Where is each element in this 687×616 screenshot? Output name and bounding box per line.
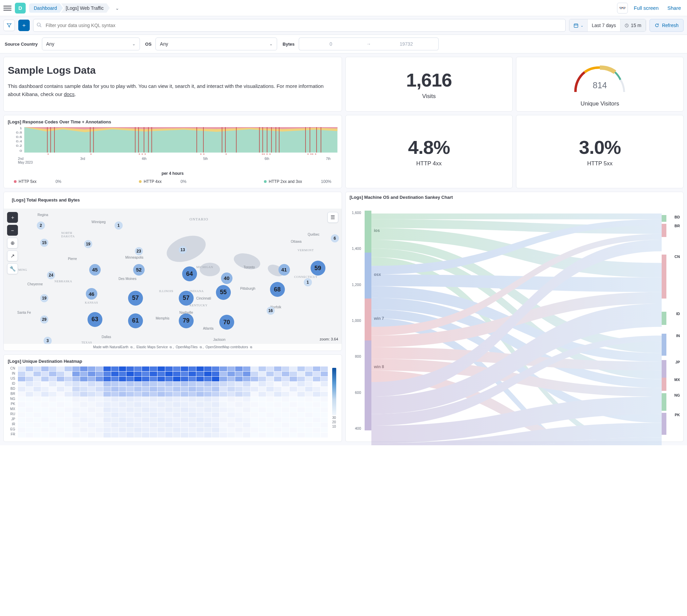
add-filter-button[interactable]: ＋: [18, 20, 30, 31]
map-cluster[interactable]: 55: [216, 285, 231, 300]
refresh-button[interactable]: Refresh: [649, 19, 684, 32]
source-country-select[interactable]: Any⌄: [42, 38, 140, 50]
map-zoom-label: zoom: 3.64: [320, 337, 338, 341]
sankey-dst-ng: NG: [674, 393, 680, 397]
map-cluster[interactable]: 19: [40, 294, 48, 302]
full-screen-link[interactable]: Full screen: [631, 5, 661, 11]
layers-button[interactable]: ☰: [327, 212, 338, 223]
docs-link[interactable]: docs: [64, 91, 75, 97]
space-badge[interactable]: D: [15, 3, 26, 14]
http-5xx-panel: 3.0% HTTP 5xx: [516, 115, 684, 188]
map-cluster[interactable]: 70: [219, 315, 234, 330]
map-cluster[interactable]: 13: [179, 246, 187, 254]
os-label: OS: [144, 42, 152, 47]
map-cluster[interactable]: 59: [311, 261, 325, 276]
map-cluster[interactable]: 64: [182, 266, 197, 281]
http-5xx-label: HTTP 5xx: [587, 160, 612, 167]
svg-text:0.4: 0.4: [16, 140, 22, 143]
svg-text:*: *: [225, 153, 227, 156]
svg-text:** * *: ** * *: [261, 153, 271, 156]
tools-button[interactable]: 🔧: [7, 263, 18, 274]
dashboard-grid: Sample Logs Data This dashboard contains…: [0, 53, 687, 445]
refresh-interval[interactable]: 15 m: [620, 19, 646, 31]
bytes-range: →: [299, 38, 439, 50]
bytes-max-input[interactable]: [374, 38, 439, 50]
map-cluster[interactable]: 2: [37, 221, 45, 229]
response-bucket-label: per 4 hours: [8, 171, 338, 176]
chevron-down-icon: ⌄: [269, 42, 273, 46]
map-cluster[interactable]: 45: [89, 264, 101, 276]
map-cluster[interactable]: 41: [278, 264, 290, 276]
response-legend: HTTP 5xx0% HTTP 4xx0% HTTP 2xx and 3xx10…: [8, 176, 338, 184]
response-title: [Logs] Response Codes Over Time + Annota…: [8, 119, 338, 125]
menu-toggle-icon[interactable]: [3, 4, 12, 12]
gauge-chart: 814: [569, 61, 630, 98]
map-cluster[interactable]: 68: [270, 282, 285, 297]
map-panel: [Logs] Total Requests and Bytes Regina W…: [3, 192, 342, 351]
map-controls: ＋ − ⊕ ↗ 🔧: [7, 212, 18, 274]
unique-visitors-panel: 814 Unique Visitors: [516, 57, 684, 112]
date-picker[interactable]: ⌄ Last 7 days 15 m: [569, 19, 646, 32]
svg-text:0.8: 0.8: [16, 131, 22, 134]
map-cluster[interactable]: 6: [331, 234, 339, 242]
sankey-chart[interactable]: 1,6001,4001,2001,000800600400 ios osx wi…: [346, 204, 684, 434]
sankey-dst-br: BR: [674, 224, 680, 228]
bytes-min-input[interactable]: [299, 38, 363, 50]
map-cluster[interactable]: 57: [179, 291, 193, 306]
kql-search-input[interactable]: [33, 19, 566, 32]
chevron-down-icon[interactable]: ⌄: [115, 5, 119, 11]
map-cluster[interactable]: 1: [304, 278, 312, 286]
heatmap-y-labels: CNINUSIDBDBRNGPKMXRUJPIREGFR: [8, 367, 15, 438]
sankey-dst-in: IN: [676, 334, 680, 338]
sankey-y-axis: 1,6001,4001,2001,000800600400: [348, 211, 361, 431]
http-4xx-panel: 4.8% HTTP 4xx: [345, 115, 513, 188]
response-area-chart[interactable]: *** * ** **** * ** ** * 10.80.60.40.20: [8, 127, 338, 156]
share-link[interactable]: Share: [665, 5, 684, 11]
map-cluster[interactable]: 40: [221, 272, 232, 284]
calendar-icon[interactable]: ⌄: [569, 19, 588, 31]
map-cluster[interactable]: 61: [128, 313, 143, 328]
fit-bounds-button[interactable]: ⊕: [7, 238, 18, 248]
os-select[interactable]: Any⌄: [156, 38, 277, 50]
map-cluster[interactable]: 16: [267, 307, 275, 315]
svg-text:* * *: * * *: [139, 153, 146, 156]
map-cluster[interactable]: 15: [40, 239, 48, 247]
news-icon[interactable]: 👓: [617, 3, 628, 14]
heatmap-legend: 30 20 10: [331, 367, 338, 438]
map-canvas[interactable]: Regina Winnipeg ONTARIO NORTHDAKOTA WYOM…: [4, 208, 342, 351]
intro-panel: Sample Logs Data This dashboard contains…: [3, 57, 342, 112]
map-attribution: Made with NaturalEarth⧉, Elastic Maps Se…: [4, 344, 342, 351]
svg-text:*: *: [47, 153, 49, 156]
svg-text:814: 814: [593, 81, 607, 90]
map-title: [Logs] Total Requests and Bytes: [8, 195, 338, 204]
map-cluster[interactable]: 46: [86, 288, 97, 300]
filter-icon[interactable]: [3, 20, 15, 31]
map-cluster[interactable]: 29: [40, 315, 48, 324]
map-cluster[interactable]: 52: [133, 264, 145, 276]
sankey-title: [Logs] Machine OS and Destination Sankey…: [346, 192, 684, 201]
bytes-label: Bytes: [281, 42, 294, 47]
map-cluster[interactable]: 24: [47, 271, 55, 279]
map-cluster[interactable]: 3: [44, 337, 52, 345]
date-range-label[interactable]: Last 7 days: [588, 19, 620, 31]
zoom-in-button[interactable]: ＋: [7, 212, 18, 223]
map-cluster[interactable]: 79: [179, 313, 193, 328]
map-cluster[interactable]: 1: [115, 221, 123, 229]
draw-button[interactable]: ↗: [7, 250, 18, 261]
top-bar: D Dashboard [Logs] Web Traffic ⌄ 👓 Full …: [0, 0, 687, 16]
svg-text:*: *: [90, 153, 92, 156]
map-cluster[interactable]: 19: [84, 240, 92, 248]
sankey-panel: [Logs] Machine OS and Destination Sankey…: [345, 192, 684, 442]
svg-rect-2: [574, 24, 578, 27]
svg-text:*  *: * *: [200, 153, 205, 156]
map-cluster[interactable]: 63: [88, 312, 102, 327]
map-cluster[interactable]: 57: [128, 291, 143, 306]
source-country-label: Source Country: [3, 42, 38, 47]
visits-label: Visits: [422, 93, 436, 100]
arrow-right-icon: →: [363, 38, 374, 50]
zoom-out-button[interactable]: −: [7, 225, 18, 236]
heatmap-chart[interactable]: CNINUSIDBDBRNGPKMXRUJPIREGFR 30 20 10: [8, 367, 338, 438]
http-4xx-value: 4.8%: [408, 136, 450, 158]
map-cluster[interactable]: 23: [135, 247, 143, 255]
breadcrumb-dashboard[interactable]: Dashboard: [29, 3, 63, 13]
